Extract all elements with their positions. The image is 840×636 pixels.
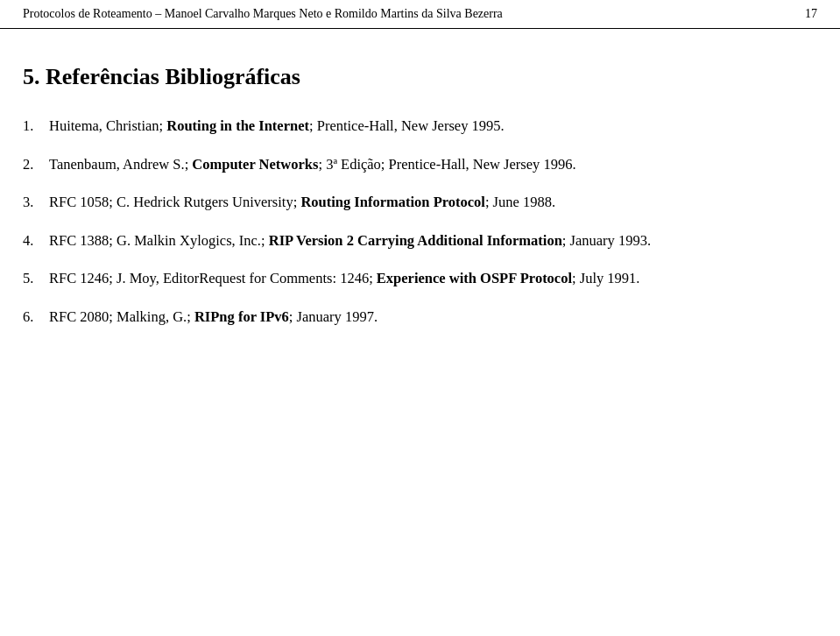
header-bar: Protocolos de Roteamento – Manoel Carval…: [0, 0, 840, 29]
header-title: Protocolos de Roteamento – Manoel Carval…: [23, 7, 503, 21]
reference-list: 1.Huitema, Christian; Routing in the Int…: [23, 115, 817, 328]
ref-number: 6.: [23, 306, 49, 329]
ref-text: Huitema, Christian; Routing in the Inter…: [49, 115, 817, 138]
ref-number: 4.: [23, 230, 49, 252]
content-area: 5. Referências Bibliográficas 1.Huitema,…: [0, 29, 840, 361]
ref-text: RFC 2080; Malking, G.; RIPng for IPv6; J…: [49, 306, 817, 329]
ref-number: 2.: [23, 153, 49, 176]
ref-text: RFC 1058; C. Hedrick Rutgers University;…: [49, 191, 817, 214]
list-item: 2.Tanenbaum, Andrew S.; Computer Network…: [23, 153, 817, 176]
header-page: 17: [805, 7, 817, 21]
ref-number: 1.: [23, 115, 49, 138]
ref-text: Tanenbaum, Andrew S.; Computer Networks;…: [49, 153, 817, 176]
ref-number: 5.: [23, 267, 49, 290]
list-item: 3.RFC 1058; C. Hedrick Rutgers Universit…: [23, 191, 817, 214]
list-item: 4.RFC 1388; G. Malkin Xylogics, Inc.; RI…: [23, 230, 817, 252]
list-item: 1.Huitema, Christian; Routing in the Int…: [23, 115, 817, 138]
list-item: 5.RFC 1246; J. Moy, EditorRequest for Co…: [23, 267, 817, 290]
list-item: 6.RFC 2080; Malking, G.; RIPng for IPv6;…: [23, 306, 817, 329]
section-heading: 5. Referências Bibliográficas: [23, 64, 817, 90]
ref-text: RFC 1388; G. Malkin Xylogics, Inc.; RIP …: [49, 230, 817, 252]
page-container: Protocolos de Roteamento – Manoel Carval…: [0, 0, 840, 636]
ref-text: RFC 1246; J. Moy, EditorRequest for Comm…: [49, 267, 817, 290]
ref-number: 3.: [23, 191, 49, 214]
